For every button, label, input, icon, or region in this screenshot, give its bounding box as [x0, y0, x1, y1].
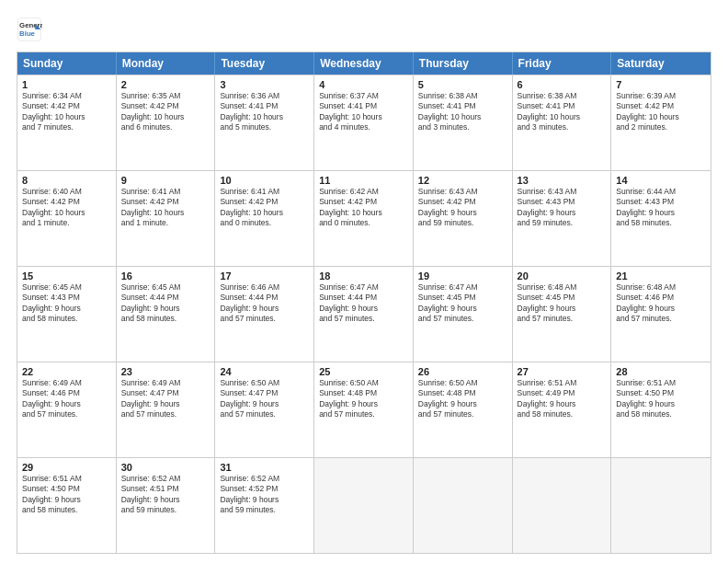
day-number: 13: [518, 175, 607, 186]
cal-cell-day-27: 27Sunrise: 6:51 AMSunset: 4:49 PMDayligh…: [513, 362, 612, 457]
cal-cell-day-6: 6Sunrise: 6:38 AMSunset: 4:41 PMDaylight…: [513, 75, 612, 170]
day-number: 9: [121, 175, 210, 186]
day-number: 12: [418, 175, 507, 186]
cal-cell-day-5: 5Sunrise: 6:38 AMSunset: 4:41 PMDaylight…: [414, 75, 513, 170]
cal-week-5: 29Sunrise: 6:51 AMSunset: 4:50 PMDayligh…: [17, 457, 711, 553]
calendar: SundayMondayTuesdayWednesdayThursdayFrid…: [17, 52, 711, 554]
cal-header-monday: Monday: [117, 52, 216, 75]
day-info: Sunrise: 6:41 AMSunset: 4:42 PMDaylight:…: [121, 187, 210, 229]
cal-week-1: 1Sunrise: 6:34 AMSunset: 4:42 PMDaylight…: [17, 75, 711, 170]
day-number: 16: [121, 270, 210, 282]
day-info: Sunrise: 6:49 AMSunset: 4:47 PMDaylight:…: [121, 378, 210, 420]
cal-cell-day-12: 12Sunrise: 6:43 AMSunset: 4:42 PMDayligh…: [414, 171, 513, 266]
cal-week-2: 8Sunrise: 6:40 AMSunset: 4:42 PMDaylight…: [17, 170, 711, 266]
day-number: 18: [319, 270, 408, 282]
day-number: 22: [22, 366, 111, 377]
cal-cell-empty: [414, 458, 513, 553]
cal-cell-day-9: 9Sunrise: 6:41 AMSunset: 4:42 PMDaylight…: [117, 171, 216, 266]
day-info: Sunrise: 6:36 AMSunset: 4:41 PMDaylight:…: [220, 91, 309, 133]
day-number: 26: [418, 366, 507, 377]
cal-cell-day-17: 17Sunrise: 6:46 AMSunset: 4:44 PMDayligh…: [215, 267, 314, 362]
day-number: 24: [220, 366, 309, 377]
day-info: Sunrise: 6:49 AMSunset: 4:46 PMDaylight:…: [22, 378, 111, 420]
day-info: Sunrise: 6:51 AMSunset: 4:49 PMDaylight:…: [518, 378, 607, 420]
cal-header-tuesday: Tuesday: [215, 52, 314, 75]
day-number: 2: [121, 79, 210, 90]
cal-cell-day-31: 31Sunrise: 6:52 AMSunset: 4:52 PMDayligh…: [215, 458, 314, 553]
day-info: Sunrise: 6:44 AMSunset: 4:43 PMDaylight:…: [616, 187, 706, 229]
day-number: 19: [418, 270, 507, 282]
cal-cell-day-18: 18Sunrise: 6:47 AMSunset: 4:44 PMDayligh…: [314, 267, 414, 362]
day-number: 1: [22, 79, 111, 90]
cal-cell-day-8: 8Sunrise: 6:40 AMSunset: 4:42 PMDaylight…: [17, 171, 117, 266]
cal-cell-day-30: 30Sunrise: 6:52 AMSunset: 4:51 PMDayligh…: [117, 458, 216, 553]
day-number: 3: [220, 79, 309, 90]
day-info: Sunrise: 6:38 AMSunset: 4:41 PMDaylight:…: [518, 91, 607, 133]
cal-cell-day-20: 20Sunrise: 6:48 AMSunset: 4:45 PMDayligh…: [513, 267, 612, 362]
day-info: Sunrise: 6:41 AMSunset: 4:42 PMDaylight:…: [220, 187, 309, 229]
day-info: Sunrise: 6:50 AMSunset: 4:48 PMDaylight:…: [319, 378, 408, 420]
cal-header-sunday: Sunday: [17, 52, 117, 75]
day-info: Sunrise: 6:38 AMSunset: 4:41 PMDaylight:…: [418, 91, 507, 133]
day-number: 31: [220, 462, 309, 473]
cal-cell-day-7: 7Sunrise: 6:39 AMSunset: 4:42 PMDaylight…: [611, 75, 711, 170]
cal-cell-day-10: 10Sunrise: 6:41 AMSunset: 4:42 PMDayligh…: [215, 171, 314, 266]
cal-cell-day-3: 3Sunrise: 6:36 AMSunset: 4:41 PMDaylight…: [215, 75, 314, 170]
cal-header-friday: Friday: [513, 52, 612, 75]
cal-cell-day-22: 22Sunrise: 6:49 AMSunset: 4:46 PMDayligh…: [17, 362, 117, 457]
calendar-header-row: SundayMondayTuesdayWednesdayThursdayFrid…: [17, 52, 711, 75]
day-info: Sunrise: 6:45 AMSunset: 4:44 PMDaylight:…: [121, 282, 210, 325]
cal-cell-day-26: 26Sunrise: 6:50 AMSunset: 4:48 PMDayligh…: [414, 362, 513, 457]
day-number: 28: [616, 366, 706, 377]
cal-cell-day-29: 29Sunrise: 6:51 AMSunset: 4:50 PMDayligh…: [17, 458, 117, 553]
day-info: Sunrise: 6:51 AMSunset: 4:50 PMDaylight:…: [616, 378, 706, 420]
cal-cell-empty: [513, 458, 612, 553]
day-number: 8: [22, 175, 111, 186]
cal-cell-day-1: 1Sunrise: 6:34 AMSunset: 4:42 PMDaylight…: [17, 75, 117, 170]
header: General Blue: [17, 17, 711, 42]
day-info: Sunrise: 6:47 AMSunset: 4:45 PMDaylight:…: [418, 282, 507, 325]
cal-header-wednesday: Wednesday: [314, 52, 414, 75]
day-number: 25: [319, 366, 408, 377]
day-info: Sunrise: 6:37 AMSunset: 4:41 PMDaylight:…: [319, 91, 408, 133]
cal-cell-empty: [314, 458, 414, 553]
day-number: 29: [22, 462, 111, 473]
cal-cell-day-21: 21Sunrise: 6:48 AMSunset: 4:46 PMDayligh…: [611, 267, 711, 362]
day-number: 14: [616, 175, 706, 186]
day-number: 23: [121, 366, 210, 377]
day-number: 15: [22, 270, 111, 282]
day-number: 20: [518, 270, 607, 282]
day-info: Sunrise: 6:48 AMSunset: 4:45 PMDaylight:…: [518, 282, 607, 325]
day-info: Sunrise: 6:43 AMSunset: 4:43 PMDaylight:…: [518, 187, 607, 229]
day-info: Sunrise: 6:50 AMSunset: 4:47 PMDaylight:…: [220, 378, 309, 420]
day-info: Sunrise: 6:39 AMSunset: 4:42 PMDaylight:…: [616, 91, 706, 133]
day-info: Sunrise: 6:42 AMSunset: 4:42 PMDaylight:…: [319, 187, 408, 229]
day-info: Sunrise: 6:52 AMSunset: 4:52 PMDaylight:…: [220, 474, 309, 516]
day-info: Sunrise: 6:48 AMSunset: 4:46 PMDaylight:…: [616, 282, 706, 325]
svg-text:Blue: Blue: [19, 29, 36, 38]
day-info: Sunrise: 6:34 AMSunset: 4:42 PMDaylight:…: [22, 91, 111, 133]
cal-cell-day-16: 16Sunrise: 6:45 AMSunset: 4:44 PMDayligh…: [117, 267, 216, 362]
cal-cell-day-25: 25Sunrise: 6:50 AMSunset: 4:48 PMDayligh…: [314, 362, 414, 457]
cal-header-thursday: Thursday: [414, 52, 513, 75]
day-info: Sunrise: 6:45 AMSunset: 4:43 PMDaylight:…: [22, 282, 111, 325]
day-info: Sunrise: 6:40 AMSunset: 4:42 PMDaylight:…: [22, 187, 111, 229]
cal-cell-empty: [611, 458, 711, 553]
cal-cell-day-2: 2Sunrise: 6:35 AMSunset: 4:42 PMDaylight…: [117, 75, 216, 170]
logo: General Blue: [17, 17, 46, 42]
day-number: 4: [319, 79, 408, 90]
logo-icon: General Blue: [17, 17, 42, 42]
day-info: Sunrise: 6:50 AMSunset: 4:48 PMDaylight:…: [418, 378, 507, 420]
cal-cell-day-15: 15Sunrise: 6:45 AMSunset: 4:43 PMDayligh…: [17, 267, 117, 362]
day-info: Sunrise: 6:35 AMSunset: 4:42 PMDaylight:…: [121, 91, 210, 133]
cal-cell-day-13: 13Sunrise: 6:43 AMSunset: 4:43 PMDayligh…: [513, 171, 612, 266]
calendar-body: 1Sunrise: 6:34 AMSunset: 4:42 PMDaylight…: [17, 75, 711, 553]
day-info: Sunrise: 6:47 AMSunset: 4:44 PMDaylight:…: [319, 282, 408, 325]
day-number: 17: [220, 270, 309, 282]
day-info: Sunrise: 6:46 AMSunset: 4:44 PMDaylight:…: [220, 282, 309, 325]
day-number: 6: [518, 79, 607, 90]
day-info: Sunrise: 6:51 AMSunset: 4:50 PMDaylight:…: [22, 474, 111, 516]
cal-cell-day-14: 14Sunrise: 6:44 AMSunset: 4:43 PMDayligh…: [611, 171, 711, 266]
cal-cell-day-4: 4Sunrise: 6:37 AMSunset: 4:41 PMDaylight…: [314, 75, 414, 170]
day-number: 10: [220, 175, 309, 186]
